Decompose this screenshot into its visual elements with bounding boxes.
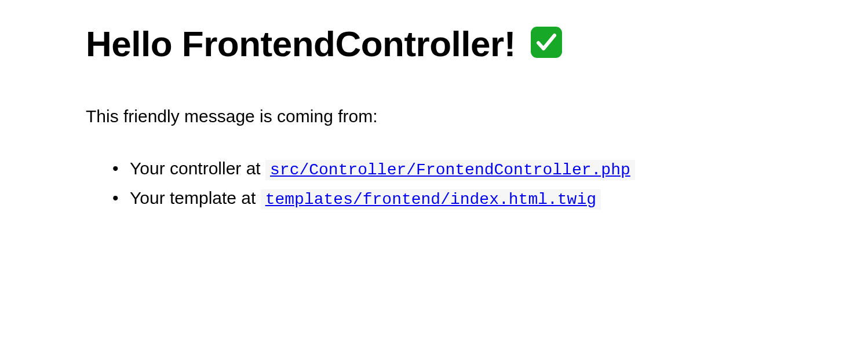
page-title-text: Hello FrontendController! bbox=[86, 24, 516, 64]
template-link[interactable]: templates/frontend/index.html.twig bbox=[265, 191, 596, 209]
list-item-label: Your template at bbox=[130, 188, 261, 207]
list-item-label: Your controller at bbox=[130, 159, 265, 178]
code-path: templates/frontend/index.html.twig bbox=[261, 189, 601, 210]
intro-text: This friendly message is coming from: bbox=[86, 105, 868, 127]
controller-link[interactable]: src/Controller/FrontendController.php bbox=[270, 161, 630, 179]
page-title: Hello FrontendController! bbox=[86, 23, 868, 64]
list-item: Your template at templates/frontend/inde… bbox=[130, 184, 868, 213]
source-list: Your controller at src/Controller/Fronte… bbox=[86, 154, 868, 213]
check-mark-icon bbox=[530, 26, 563, 58]
code-path: src/Controller/FrontendController.php bbox=[265, 160, 635, 180]
list-item: Your controller at src/Controller/Fronte… bbox=[130, 154, 868, 184]
svg-rect-0 bbox=[531, 27, 562, 58]
